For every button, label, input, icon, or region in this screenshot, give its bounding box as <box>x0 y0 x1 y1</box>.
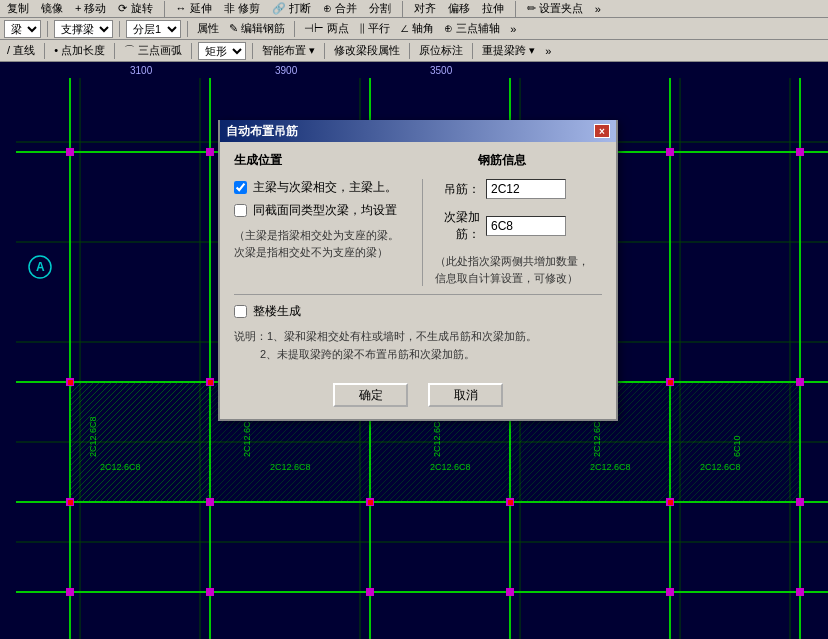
right-column: 吊筋： 次梁加筋： （此处指次梁两侧共增加数量，信息取自计算设置，可修改） <box>422 179 602 286</box>
checkbox-row-1: 主梁与次梁相交，主梁上。 <box>234 179 412 196</box>
auto-place-stirrup-dialog: 自动布置吊筋 × 生成位置 钢筋信息 主梁与次梁相交，主梁上。 <box>218 120 618 421</box>
note-line2: 2、未提取梁跨的梁不布置吊筋和次梁加筋。 <box>234 348 475 360</box>
dialog-footer: 确定 取消 <box>220 373 616 419</box>
rebar-note: （此处指次梁两侧共增加数量，信息取自计算设置，可修改） <box>435 253 602 286</box>
cijia-input[interactable] <box>486 216 566 236</box>
note-line1: 说明：1、梁和梁相交处有柱或墙时，不生成吊筋和次梁加筋。 <box>234 330 537 342</box>
cancel-button[interactable]: 取消 <box>428 383 503 407</box>
notes-block: 说明：1、梁和梁相交处有柱或墙时，不生成吊筋和次梁加筋。 2、未提取梁跨的梁不布… <box>234 328 602 363</box>
left-column: 主梁与次梁相交，主梁上。 同截面同类型次梁，均设置 （主梁是指梁相交处为支座的梁… <box>234 179 422 286</box>
wholebuild-label: 整楼生成 <box>253 303 301 320</box>
section-headers: 生成位置 钢筋信息 <box>234 152 602 169</box>
cijia-row: 次梁加筋： <box>435 209 602 243</box>
checkbox-same-section[interactable] <box>234 204 247 217</box>
checkbox-main-beam-label: 主梁与次梁相交，主梁上。 <box>253 179 397 196</box>
wholebuild-row: 整楼生成 <box>234 303 602 320</box>
dongji-row: 吊筋： <box>435 179 602 199</box>
checkbox-main-beam[interactable] <box>234 181 247 194</box>
dialog-overlay: 自动布置吊筋 × 生成位置 钢筋信息 主梁与次梁相交，主梁上。 <box>0 0 828 639</box>
dialog-body: 生成位置 钢筋信息 主梁与次梁相交，主梁上。 同截面同类型次梁，均设置 （主梁是… <box>220 142 616 373</box>
checkbox-wholebuild[interactable] <box>234 305 247 318</box>
checkbox-same-section-label: 同截面同类型次梁，均设置 <box>253 202 397 219</box>
dialog-close-button[interactable]: × <box>594 124 610 138</box>
cijia-label: 次梁加筋： <box>435 209 480 243</box>
section-left-title: 生成位置 <box>234 152 358 169</box>
dialog-title-text: 自动布置吊筋 <box>226 123 298 140</box>
dongji-label: 吊筋： <box>435 181 480 198</box>
section-right-title: 钢筋信息 <box>478 152 602 169</box>
note-beam-definition: （主梁是指梁相交处为支座的梁。次梁是指相交处不为支座的梁） <box>234 227 412 260</box>
checkbox-row-2: 同截面同类型次梁，均设置 <box>234 202 412 219</box>
dongji-input[interactable] <box>486 179 566 199</box>
separator-1 <box>234 294 602 295</box>
confirm-button[interactable]: 确定 <box>333 383 408 407</box>
dialog-titlebar: 自动布置吊筋 × <box>220 120 616 142</box>
dialog-columns: 主梁与次梁相交，主梁上。 同截面同类型次梁，均设置 （主梁是指梁相交处为支座的梁… <box>234 179 602 286</box>
